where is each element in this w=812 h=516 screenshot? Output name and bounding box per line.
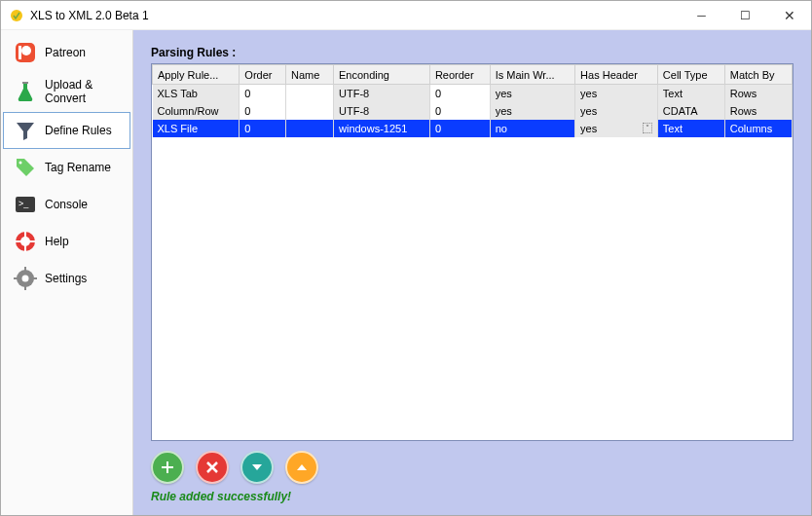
col-ismain[interactable]: Is Main Wr... bbox=[490, 65, 574, 85]
cell-reorder[interactable]: 0 bbox=[429, 102, 490, 120]
svg-point-0 bbox=[11, 10, 22, 21]
cell-order[interactable]: 0 bbox=[240, 120, 286, 137]
svg-text:>_: >_ bbox=[18, 199, 29, 208]
col-apply[interactable]: Apply Rule... bbox=[153, 65, 240, 85]
sidebar-item-label: Patreon bbox=[45, 46, 86, 59]
lifebuoy-icon bbox=[14, 230, 37, 253]
sidebar-item-label: Settings bbox=[45, 272, 87, 285]
move-up-button[interactable] bbox=[285, 451, 318, 484]
maximize-button[interactable]: ☐ bbox=[723, 1, 767, 29]
col-reorder[interactable]: Reorder bbox=[429, 65, 490, 85]
col-celltype[interactable]: Cell Type bbox=[657, 65, 724, 85]
sidebar-item-help[interactable]: Help bbox=[3, 223, 130, 260]
svg-rect-14 bbox=[24, 267, 26, 271]
table-row[interactable]: XLS Tab 0 UTF-8 0 yes yes Text Rows bbox=[153, 85, 793, 102]
sidebar-item-label: Console bbox=[45, 198, 88, 211]
svg-point-13 bbox=[22, 276, 29, 282]
svg-point-2 bbox=[21, 46, 31, 55]
cell-ismain[interactable]: yes bbox=[490, 102, 574, 120]
close-icon bbox=[204, 460, 220, 475]
cell-celltype[interactable]: Text bbox=[657, 120, 724, 137]
cell-order[interactable]: 0 bbox=[240, 85, 286, 102]
tag-icon bbox=[14, 156, 37, 179]
cell-encoding[interactable]: UTF-8 bbox=[334, 102, 430, 120]
col-hasheader[interactable]: Has Header bbox=[575, 65, 658, 85]
svg-rect-3 bbox=[18, 46, 21, 59]
app-icon bbox=[9, 8, 24, 23]
cell-encoding[interactable]: UTF-8 bbox=[334, 85, 430, 102]
delete-rule-button[interactable] bbox=[196, 451, 229, 484]
col-encoding[interactable]: Enconding bbox=[334, 65, 430, 85]
sidebar: Patreon Upload & Convert Define Rules Ta… bbox=[1, 30, 133, 515]
cell-encoding[interactable]: windows-1251 bbox=[334, 120, 430, 137]
sidebar-item-define-rules[interactable]: Define Rules bbox=[3, 112, 130, 149]
arrow-up-icon bbox=[294, 460, 310, 475]
col-matchby[interactable]: Match By bbox=[724, 65, 792, 85]
sidebar-item-label: Upload & Convert bbox=[45, 78, 120, 105]
cell-ismain[interactable]: yes bbox=[490, 85, 574, 102]
table-row[interactable]: Column/Row 0 UTF-8 0 yes yes CDATA Rows bbox=[153, 102, 793, 120]
chevron-down-icon[interactable]: ˅ bbox=[643, 123, 652, 133]
cell-celltype[interactable]: CDATA bbox=[657, 102, 724, 120]
cell-ismain[interactable]: no bbox=[490, 120, 574, 137]
cell-matchby[interactable]: Rows bbox=[724, 102, 792, 120]
cell-apply[interactable]: XLS Tab bbox=[153, 85, 240, 102]
cell-hasheader-dropdown[interactable]: yes˅ bbox=[575, 120, 658, 137]
window-title: XLS to XML 2.0 Beta 1 bbox=[30, 9, 680, 22]
sidebar-item-tag-rename[interactable]: Tag Rename bbox=[3, 149, 130, 186]
col-name[interactable]: Name bbox=[285, 65, 333, 85]
status-message: Rule added successfully! bbox=[151, 488, 794, 507]
cell-matchby[interactable]: Columns bbox=[724, 120, 792, 137]
table-row[interactable]: XLS File 0 windows-1251 0 no yes˅ Text C… bbox=[153, 120, 793, 137]
cell-apply[interactable]: XLS File bbox=[153, 120, 240, 137]
cell-reorder[interactable]: 0 bbox=[429, 85, 490, 102]
svg-rect-15 bbox=[24, 286, 26, 290]
svg-point-5 bbox=[19, 162, 22, 165]
sidebar-item-settings[interactable]: Settings bbox=[3, 260, 130, 297]
sidebar-item-label: Help bbox=[45, 235, 69, 248]
cell-hasheader[interactable]: yes bbox=[575, 102, 658, 120]
move-down-button[interactable] bbox=[240, 451, 274, 484]
titlebar: XLS to XML 2.0 Beta 1 ─ ☐ ✕ bbox=[1, 1, 811, 30]
svg-rect-4 bbox=[22, 82, 28, 84]
svg-rect-17 bbox=[33, 277, 37, 279]
cell-order[interactable]: 0 bbox=[240, 102, 286, 120]
arrow-down-icon bbox=[249, 460, 265, 475]
cell-name[interactable] bbox=[285, 102, 333, 120]
rules-table-wrap: Apply Rule... Order Name Enconding Reord… bbox=[151, 63, 794, 441]
sidebar-item-upload[interactable]: Upload & Convert bbox=[3, 71, 130, 112]
svg-rect-16 bbox=[14, 277, 18, 279]
patreon-icon bbox=[14, 41, 37, 64]
rules-table[interactable]: Apply Rule... Order Name Enconding Reord… bbox=[152, 64, 793, 137]
cell-apply[interactable]: Column/Row bbox=[153, 102, 240, 120]
action-bar bbox=[151, 441, 794, 488]
gear-icon bbox=[14, 267, 37, 290]
cell-celltype[interactable]: Text bbox=[657, 85, 724, 102]
cell-matchby[interactable]: Rows bbox=[724, 85, 792, 102]
close-button[interactable]: ✕ bbox=[767, 1, 811, 29]
terminal-icon: >_ bbox=[14, 193, 37, 216]
cell-name[interactable] bbox=[285, 120, 333, 137]
sidebar-item-console[interactable]: >_ Console bbox=[3, 186, 130, 223]
plus-icon bbox=[160, 460, 175, 475]
funnel-icon bbox=[14, 119, 37, 142]
dd-value: yes bbox=[580, 123, 597, 134]
sidebar-item-patreon[interactable]: Patreon bbox=[3, 34, 130, 71]
cell-name[interactable] bbox=[285, 85, 333, 102]
sidebar-item-label: Define Rules bbox=[45, 124, 112, 137]
flask-icon bbox=[14, 80, 37, 103]
cell-hasheader[interactable]: yes bbox=[575, 85, 658, 102]
add-rule-button[interactable] bbox=[151, 451, 184, 484]
minimize-button[interactable]: ─ bbox=[680, 1, 723, 29]
col-order[interactable]: Order bbox=[240, 65, 286, 85]
sidebar-item-label: Tag Rename bbox=[45, 161, 111, 174]
svg-rect-11 bbox=[15, 240, 36, 242]
section-title: Parsing Rules : bbox=[151, 46, 794, 59]
cell-reorder[interactable]: 0 bbox=[429, 120, 490, 137]
